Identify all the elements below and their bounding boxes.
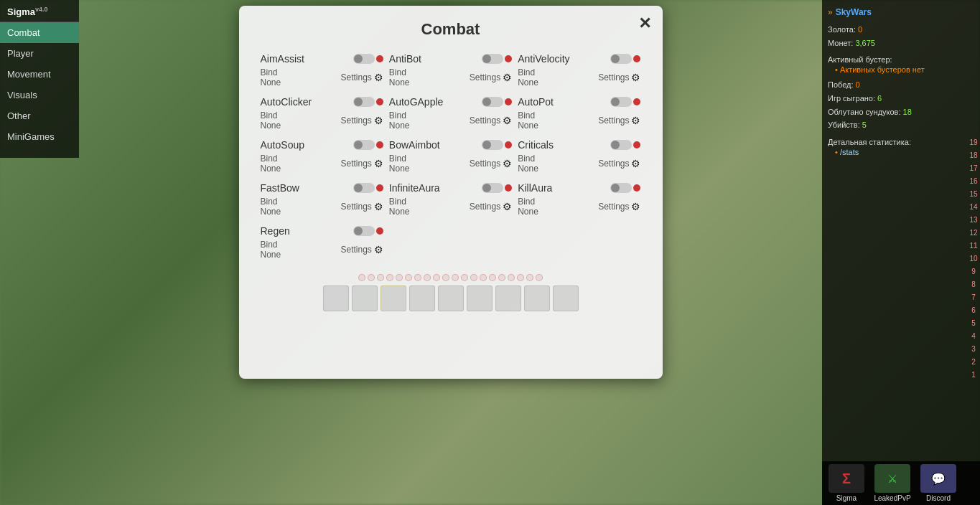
autogapple-toggle[interactable]	[482, 97, 512, 107]
aimassist-gear-icon[interactable]: ⚙	[374, 72, 383, 83]
infiniteaura-actions: Bind None Settings ⚙	[389, 197, 512, 217]
criticals-gear-icon[interactable]: ⚙	[631, 158, 640, 169]
stats-cmd: • /stats	[828, 148, 974, 156]
stat-games: Игр сыграно: 6	[828, 92, 974, 105]
sidebar-item-player[interactable]: Player	[0, 43, 79, 64]
criticals-bind-group: Bind None	[518, 154, 538, 174]
discord-label: Discord	[926, 494, 951, 502]
killaura-header: KillAura	[518, 182, 640, 194]
dots-row-1	[358, 274, 543, 281]
stat-coins: Монет: 3,675	[828, 37, 974, 50]
autogapple-track	[482, 97, 503, 107]
inv-slot-2	[352, 285, 378, 311]
antivelocity-toggle[interactable]	[610, 54, 640, 64]
infiniteaura-toggle[interactable]	[482, 183, 512, 193]
sidebar-item-visuals[interactable]: Visuals	[0, 85, 79, 105]
antibot-toggle[interactable]	[482, 54, 512, 64]
regen-settings-group: Settings ⚙	[340, 244, 383, 255]
regen-gear-icon[interactable]: ⚙	[374, 244, 383, 255]
autogapple-bind-value: None	[389, 121, 410, 131]
criticals-toggle[interactable]	[610, 140, 640, 150]
module-antibot: AntiBot Bind None Settings ⚙	[389, 53, 512, 88]
stat-gold: Золота: 0	[828, 23, 974, 37]
fastbow-dot	[376, 184, 383, 192]
modules-grid: AimAssist Bind None Settings ⚙	[261, 53, 641, 260]
fastbow-toggle[interactable]	[353, 183, 383, 193]
infiniteaura-bind-label: Bind	[389, 197, 410, 207]
autogapple-gear-icon[interactable]: ⚙	[503, 115, 512, 126]
dot-13	[470, 274, 477, 281]
detail-stats-label: Детальная статистика:	[828, 138, 974, 146]
autoclicker-settings-label: Settings	[340, 115, 371, 126]
dot-7	[414, 274, 421, 281]
regen-toggle[interactable]	[353, 226, 383, 236]
bowaimbot-settings-label: Settings	[470, 159, 500, 169]
module-autoclicker: AutoClicker Bind None Settings ⚙	[261, 96, 383, 131]
fastbow-bind-group: Bind None	[261, 197, 281, 217]
aimassist-bind-value: None	[261, 77, 281, 88]
killaura-gear-icon[interactable]: ⚙	[631, 201, 640, 212]
autopot-toggle[interactable]	[610, 97, 640, 107]
aimassist-toggle[interactable]	[353, 54, 383, 64]
antibot-gear-icon[interactable]: ⚙	[503, 72, 512, 83]
autopot-name: AutoPot	[518, 96, 554, 108]
infiniteaura-name: InfiniteAura	[389, 182, 440, 194]
discord-icon-item[interactable]: 💬 Discord	[917, 464, 960, 502]
dot-11	[452, 274, 459, 281]
bowaimbot-track	[482, 140, 503, 150]
autoclicker-bind-group: Bind None	[261, 110, 281, 131]
antivelocity-name: AntiVelocity	[518, 53, 569, 65]
antibot-bind-value: None	[389, 77, 410, 88]
dot-12	[461, 274, 468, 281]
bowaimbot-gear-icon[interactable]: ⚙	[503, 158, 512, 169]
dot-2	[368, 274, 375, 281]
app-title: Sigmav4.0	[0, 0, 79, 22]
autopot-track	[610, 97, 632, 107]
aimassist-track	[353, 54, 375, 64]
aimassist-bind-group: Bind None	[261, 67, 281, 88]
autopot-gear-icon[interactable]: ⚙	[631, 115, 640, 126]
bottom-icons-bar: Σ Sigma ⚔ LeakedPvP 💬 Discord	[822, 461, 980, 505]
autosoup-track	[353, 140, 375, 150]
sigma-icon-item[interactable]: Σ Sigma	[825, 464, 868, 502]
sidebar-item-minigames[interactable]: MiniGames	[0, 126, 79, 147]
sidebar-item-combat[interactable]: Combat	[0, 22, 79, 43]
autosoup-toggle[interactable]	[353, 140, 383, 150]
autoclicker-settings-group: Settings ⚙	[340, 115, 383, 126]
autoclicker-header: AutoClicker	[261, 96, 383, 108]
bowaimbot-actions: Bind None Settings ⚙	[389, 154, 512, 174]
fastbow-bind-label: Bind	[261, 197, 281, 207]
antivelocity-header: AntiVelocity	[518, 53, 640, 65]
killaura-settings-label: Settings	[598, 202, 629, 212]
antibot-actions: Bind None Settings ⚙	[389, 67, 512, 88]
sidebar-item-movement[interactable]: Movement	[0, 64, 79, 85]
autosoup-bind-label: Bind	[261, 154, 281, 164]
killaura-bind-group: Bind None	[518, 197, 538, 217]
antibot-track	[482, 54, 503, 64]
autoclicker-gear-icon[interactable]: ⚙	[374, 115, 383, 126]
fastbow-name: FastBow	[261, 182, 299, 194]
fastbow-header: FastBow	[261, 182, 383, 194]
killaura-toggle[interactable]	[610, 183, 640, 193]
aimassist-name: AimAssist	[261, 53, 304, 65]
antivelocity-bind-group: Bind None	[518, 67, 538, 88]
sidebar-item-other[interactable]: Other	[0, 105, 79, 126]
server-name: » SkyWars 19 18 17 16 15 14 13 12 11 10 …	[828, 7, 974, 17]
module-criticals: Criticals Bind None Settings ⚙	[518, 139, 640, 174]
autogapple-actions: Bind None Settings ⚙	[389, 110, 512, 131]
infiniteaura-gear-icon[interactable]: ⚙	[503, 201, 512, 212]
dot-14	[480, 274, 487, 281]
combat-modal: Combat ✕ AimAssist Bind None	[239, 6, 663, 379]
bowaimbot-settings-group: Settings ⚙	[470, 158, 512, 169]
bowaimbot-toggle[interactable]	[482, 140, 512, 150]
antivelocity-gear-icon[interactable]: ⚙	[631, 72, 640, 83]
booster-label: Активный бустер:	[828, 55, 974, 64]
autoclicker-toggle[interactable]	[353, 97, 383, 107]
autosoup-gear-icon[interactable]: ⚙	[374, 158, 383, 169]
modal-close-button[interactable]: ✕	[638, 14, 651, 33]
fastbow-gear-icon[interactable]: ⚙	[374, 201, 383, 212]
antivelocity-settings-group: Settings ⚙	[598, 72, 640, 83]
leakedpvp-icon-item[interactable]: ⚔ LeakedPvP	[871, 464, 914, 502]
autopot-bind-value: None	[518, 121, 538, 131]
antivelocity-bind-value: None	[518, 77, 538, 88]
